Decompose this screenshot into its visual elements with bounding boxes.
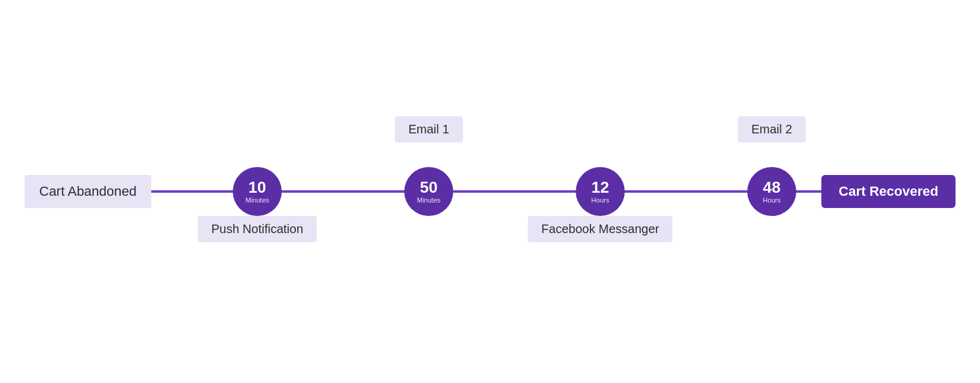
node-1-unit: Minutes (246, 196, 270, 204)
email-2-label: Email 2 (738, 116, 806, 143)
timeline-nodes: Cart Abandoned 10 Minutes Push Notificat… (24, 100, 956, 283)
timeline-container: Cart Abandoned 10 Minutes Push Notificat… (24, 100, 956, 283)
node-10-minutes[interactable]: 10 Minutes (233, 167, 282, 216)
cart-abandoned-label: Cart Abandoned (24, 175, 151, 208)
node-3-unit: Hours (591, 196, 609, 204)
push-notification-label: Push Notification (198, 216, 317, 242)
node-48-hours[interactable]: 48 Hours (747, 167, 796, 216)
cart-recovered-label: Cart Recovered (821, 175, 956, 208)
node-2-value: 50 (420, 179, 438, 195)
node-2-unit: Minutes (417, 196, 441, 204)
node-1-value: 10 (249, 179, 266, 195)
node-12-hours[interactable]: 12 Hours (576, 167, 625, 216)
node-3-value: 12 (592, 179, 609, 195)
node-50-minutes[interactable]: 50 Minutes (404, 167, 453, 216)
node-4-unit: Hours (763, 196, 780, 204)
email-1-label: Email 1 (395, 116, 463, 143)
node-4-value: 48 (763, 179, 781, 195)
facebook-messenger-label: Facebook Messanger (528, 216, 673, 242)
